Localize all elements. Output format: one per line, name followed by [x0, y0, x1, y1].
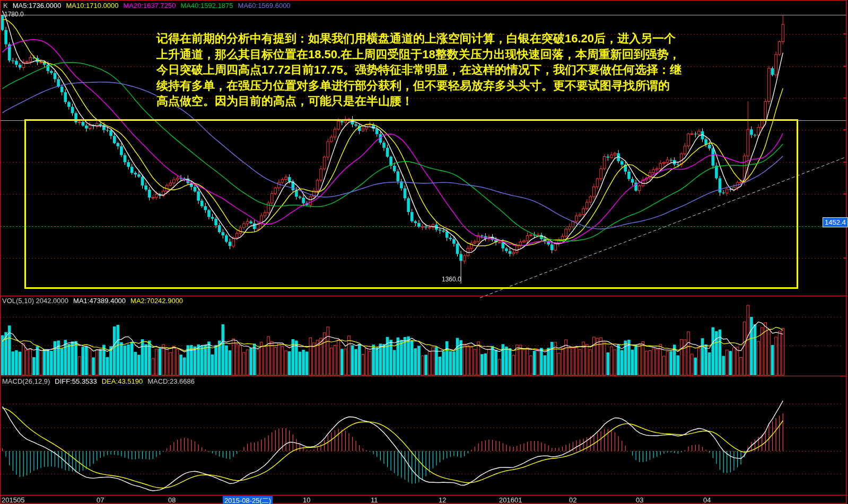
volume-indicator-header: VOL(5,10) 2042.0000MA1:47389.4000MA2:702… [2, 297, 188, 305]
yellow-box-annotation[interactable] [24, 119, 798, 289]
axis-label-10: 04 [703, 496, 711, 504]
kline-hdr-seg-3: MA20:1637.7250 [124, 2, 176, 10]
trading-app-window: KMA5:1736.0000MA10:1710.0000MA20:1637.72… [0, 0, 848, 504]
macd-hdr-seg-3: MACD:23.6686 [147, 377, 195, 385]
macd-indicator-header: MACD(26,12,9)DIFF:55.3533DEA:43.5190MACD… [2, 377, 199, 385]
current-price-label: 1452.4 [823, 217, 848, 227]
top-price-label: 1780.0 [4, 11, 24, 18]
low-price-label: 1360.0 [442, 276, 461, 283]
kline-hdr-seg-2: MA10:1710.0000 [66, 2, 118, 10]
axis-label-9: 03 [636, 496, 643, 504]
kline-indicator-header: KMA5:1736.0000MA10:1710.0000MA20:1637.72… [3, 2, 295, 10]
macd-hdr-seg-1: DIFF:55.3533 [55, 377, 97, 385]
kline-hdr-seg-4: MA40:1592.1875 [181, 2, 233, 10]
vol-hdr-seg-1: MA1:47389.4000 [73, 297, 126, 305]
annotation-line-4: 续持有多单，在强压力位置对多单进行部分获利，但不要轻易放弃多头头寸。更不要试图寻… [156, 78, 681, 94]
macd-hdr-seg-0: MACD(26,12,9) [2, 377, 50, 385]
highlighted-date-label: 2015-08-25(二) [223, 496, 273, 504]
axis-label-0: 201505 [2, 496, 24, 504]
vol-hdr-seg-0: VOL(5,10) 2042.0000 [2, 297, 68, 305]
annotation-line-3: 今日突破上周四高点17.72目前17.75。强势特征非常明显，在这样的情况下，我… [156, 62, 681, 78]
annotation-line-1: 记得在前期的分析中有提到：如果我们用横盘通道的上涨空间计算，白银在突破16.20… [156, 31, 681, 47]
kline-hdr-seg-0: K [3, 2, 8, 10]
axis-label-2: 08 [168, 496, 176, 504]
annotation-line-5: 高点做空。因为目前的高点，可能只是在半山腰！ [156, 93, 681, 109]
analysis-text-annotation: 记得在前期的分析中有提到：如果我们用横盘通道的上涨空间计算，白银在突破16.20… [156, 31, 681, 109]
macd-hdr-seg-2: DEA:43.5190 [102, 377, 143, 385]
axis-label-6: 12 [439, 496, 446, 504]
axis-label-5: 11 [371, 496, 378, 504]
axis-label-8: 02 [569, 496, 576, 504]
annotation-line-2: 上升通道，那么其目标位置在18.50.在上周四受阻于18整数关压力出现快速回落，… [156, 47, 681, 63]
axis-label-1: 07 [97, 496, 104, 504]
vol-hdr-seg-2: MA2:70242.9000 [130, 297, 183, 305]
axis-label-7: 201601 [499, 496, 522, 504]
axis-label-4: 10 [303, 496, 310, 504]
kline-hdr-seg-1: MA5:1736.0000 [13, 2, 62, 10]
kline-hdr-seg-5: MA60:1569.6000 [238, 2, 291, 10]
